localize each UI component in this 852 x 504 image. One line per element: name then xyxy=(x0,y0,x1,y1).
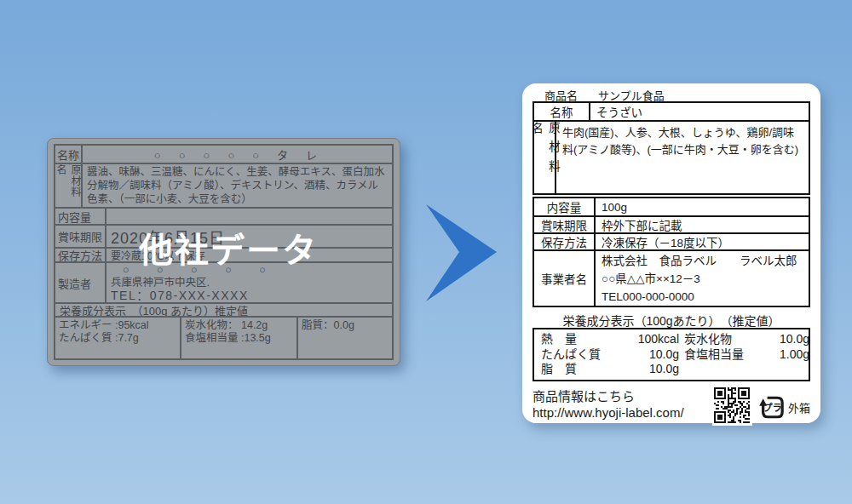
nutrition-value: 10.0g xyxy=(623,347,684,363)
row-label: 原材料名 xyxy=(534,122,556,193)
plastic-recycle-text: プラ xyxy=(763,401,782,412)
table-row: 栄養成分表示 （100g あたり）推定値 xyxy=(55,302,392,316)
nutrition-value: 1.00g xyxy=(780,347,815,363)
row-value: 牛肉(国産)、人参、大根、しょうゆ、鶏卵/調味料(アミノ酸等)、(一部に牛肉・大… xyxy=(556,122,809,193)
nutrition-header: 栄養成分表示 （100g あたり）推定値 xyxy=(55,304,392,316)
maker-phone: TEL：078-XXX-XXXX xyxy=(111,289,388,302)
nutrition-title: 栄養成分表示（100gあたり） （推定値） xyxy=(532,312,810,327)
row-label: 賞味期限 xyxy=(534,217,596,232)
nutrition-name: 熱 量 xyxy=(541,332,623,347)
row-label: 保存方法 xyxy=(55,249,106,261)
label-table-top: 名称 そうざい 原材料名 牛肉(国産)、人参、大根、しょうゆ、鶏卵/調味料(アミ… xyxy=(532,101,810,195)
row-label: 製造者 xyxy=(55,263,106,302)
row-label: 名称 xyxy=(55,146,83,163)
row-value: 冷凍保存（－18度以下） xyxy=(596,234,809,249)
illustration-canvas: 名称 ○ ○ ○ ○ ○ タ レ 原材料名 醤油、味醂、三温糖、にんにく、生姜、… xyxy=(0,0,852,504)
row-label: 事業者名 xyxy=(534,251,596,306)
business-address: ○○県△△市××12－3 xyxy=(602,270,803,288)
nutrition-item: たんぱく質 :7.7g xyxy=(59,332,176,345)
row-value xyxy=(106,209,392,224)
nutrition-value xyxy=(780,362,815,377)
nutrition-name xyxy=(684,362,780,377)
footer-info-line: 商品情報はこちら xyxy=(532,388,712,404)
footer-info: 商品情報はこちら http://www.hyoji-label.com/ xyxy=(532,386,712,421)
qr-code-icon xyxy=(712,386,752,426)
row-label: 賞味期限 xyxy=(55,226,106,247)
row-label: 原材料名 xyxy=(55,164,83,207)
nutrition-name: たんぱく質 xyxy=(541,347,623,363)
nutrition-column: 脂質：0.0g xyxy=(298,318,392,358)
nutrition-item: エネルギー :95kcal xyxy=(59,319,176,332)
nutrition-value: 100kcal xyxy=(623,332,684,347)
nutrition-name: 炭水化物 xyxy=(684,332,780,347)
table-row: 保存方法 冷凍保存（－18度以下） xyxy=(534,232,809,249)
competitor-overlay-caption: 他社データ xyxy=(139,223,335,272)
business-company: 株式会社 食品ラベル ラベル太郎 xyxy=(602,252,803,270)
nutrition-value: 10.0g xyxy=(623,362,684,377)
nutrition-name: 食塩相当量 xyxy=(684,347,780,363)
table-row: 名称 ○ ○ ○ ○ ○ タ レ xyxy=(55,146,392,163)
row-value: そうざい xyxy=(590,103,809,120)
row-label: 内容量 xyxy=(534,198,596,215)
nutrition-box: 熱 量 100kcal 炭水化物 10.0g たんぱく質 10.0g 食塩相当量… xyxy=(532,328,810,381)
card-footer: 商品情報はこちら http://www.hyoji-label.com/ プラ … xyxy=(532,386,810,426)
recycle-mark: プラ 外箱 xyxy=(757,386,810,421)
row-value: 100g xyxy=(596,198,809,215)
nutrition-item: 脂質：0.0g xyxy=(302,319,389,332)
row-value: 醤油、味醂、三温糖、にんにく、生姜、酵母エキス、蛋白加水分解物／調味料（アミノ酸… xyxy=(83,164,392,207)
vertical-label-text: 原材料名 xyxy=(54,164,83,207)
business-phone: TEL000-000-0000 xyxy=(602,288,803,306)
product-name-label: 商品名 xyxy=(544,87,578,103)
table-row: 内容量 xyxy=(55,207,392,224)
row-label: 内容量 xyxy=(55,209,106,224)
product-name-row: 商品名 サンプル食品 xyxy=(532,89,810,101)
footer-url: http://www.hyoji-label.com/ xyxy=(532,404,712,421)
nutrition-item: 炭水化物： 14.2g xyxy=(185,319,293,332)
sample-label-card: 商品名 サンプル食品 名称 そうざい 原材料名 牛肉(国産)、人参、大根、しょう… xyxy=(522,83,820,423)
table-row: 事業者名 株式会社 食品ラベル ラベル太郎 ○○県△△市××12－3 TEL00… xyxy=(534,249,809,306)
table-row: 原材料名 牛肉(国産)、人参、大根、しょうゆ、鶏卵/調味料(アミノ酸等)、(一部… xyxy=(534,120,809,193)
row-value: ○ ○ ○ ○ ○ タ レ xyxy=(83,146,392,163)
maker-address: 兵庫県神戸市中央区. xyxy=(111,277,388,289)
table-row: 内容量 100g xyxy=(534,198,809,215)
nutrition-name: 脂 質 xyxy=(541,362,623,377)
table-row: エネルギー :95kcal たんぱく質 :7.7g 炭水化物： 14.2g 食塩… xyxy=(55,316,392,358)
row-value: 株式会社 食品ラベル ラベル太郎 ○○県△△市××12－3 TEL000-000… xyxy=(596,251,809,306)
plastic-recycle-icon: プラ xyxy=(757,394,787,421)
nutrition-column: エネルギー :95kcal たんぱく質 :7.7g xyxy=(55,318,181,358)
table-row: 名称 そうざい xyxy=(534,103,809,120)
product-name-value: サンプル食品 xyxy=(598,87,665,103)
label-table-bottom: 内容量 100g 賞味期限 枠外下部に記載 保存方法 冷凍保存（－18度以下） … xyxy=(532,197,810,307)
nutrition-column: 炭水化物： 14.2g 食塩相当量 :13.5g xyxy=(181,318,298,358)
row-label: 名称 xyxy=(534,103,590,120)
transform-arrow-icon xyxy=(421,201,501,305)
row-value: 枠外下部に記載 xyxy=(596,217,809,232)
nutrition-value: 10.0g xyxy=(780,332,815,347)
table-row: 賞味期限 枠外下部に記載 xyxy=(534,215,809,232)
table-row: 原材料名 醤油、味醂、三温糖、にんにく、生姜、酵母エキス、蛋白加水分解物／調味料… xyxy=(55,163,392,207)
nutrition-item: 食塩相当量 :13.5g xyxy=(185,332,293,345)
outer-box-label: 外箱 xyxy=(788,399,810,415)
row-label: 保存方法 xyxy=(534,234,596,249)
